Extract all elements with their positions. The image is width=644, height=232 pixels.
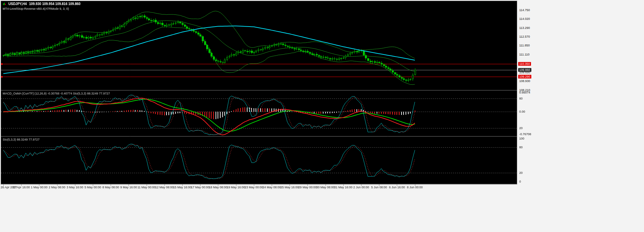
time-label: 3 May 16:00 xyxy=(67,186,83,189)
level-price-badge: 110.350 xyxy=(518,62,531,66)
time-label: 5 Jun 08:00 xyxy=(371,186,387,189)
macd-scale-label: -0.76708 xyxy=(519,132,531,136)
price-tick-label: 114.750 xyxy=(519,8,530,12)
bid-price-badge: 109.860 xyxy=(518,68,531,72)
time-label: 25 May 16:00 xyxy=(280,186,299,189)
mt4-chart-window: USDJPY,H4 109.930 109.954 109.816 109.86… xyxy=(0,0,644,232)
chart-header: USDJPY,H4 109.930 109.954 109.816 109.86… xyxy=(3,2,80,6)
time-label: 1 May 00:00 xyxy=(31,186,48,189)
price-tick-label: 112.570 xyxy=(519,35,530,39)
time-label: 23 May 00:00 xyxy=(245,186,263,189)
time-label: 19 May 16:00 xyxy=(227,186,245,189)
macd-panel-label: MACD_OsMA [CurrTF] (12,26,9) -0.30768 -0… xyxy=(3,92,110,95)
price-tick-label: 108.930 xyxy=(519,79,530,83)
time-label: 18 May 08:00 xyxy=(209,186,227,189)
time-label: 2 May 08:00 xyxy=(49,186,66,189)
sto-scale-label: 80 xyxy=(519,145,523,149)
time-label: 8 May 08:00 xyxy=(102,186,119,189)
indicator-name-label: MT4-LevelStop-Reverse-vB0.4(ATRMode 9, 3… xyxy=(3,7,69,10)
sto-scale-label: 100 xyxy=(519,137,524,141)
time-label: 8 Jun 00:00 xyxy=(407,186,423,189)
ohlc-values: 109.930 109.954 109.816 109.860 xyxy=(29,2,80,6)
price-tick-label: 114.020 xyxy=(519,17,530,21)
time-label: 29 May 00:00 xyxy=(298,186,317,189)
sto-scale-label: 20 xyxy=(519,171,523,175)
sto-scale-label: 0 xyxy=(519,180,521,184)
macd-scale-label: 0.00 xyxy=(519,110,525,114)
time-scale[interactable]: 26 Apr 201727 Apr 16:001 May 00:002 May … xyxy=(0,185,518,190)
time-label: 24 May 08:00 xyxy=(263,186,281,189)
time-label: 12 May 08:00 xyxy=(155,186,174,189)
macd-scale-label: 0.66074 xyxy=(519,91,530,94)
time-label: 2 Jun 00:00 xyxy=(353,186,369,189)
macd-scale-label: 20 xyxy=(519,126,523,130)
macd-scale-label: 80 xyxy=(519,97,523,101)
symbol-period-label: USDJPY,H4 xyxy=(8,2,27,6)
price-tick-label: 111.110 xyxy=(519,53,530,56)
level-price-badge: 109.290 xyxy=(518,75,531,79)
price-tick-label: 111.850 xyxy=(519,44,530,47)
price-tick-label: 113.290 xyxy=(519,26,530,30)
time-label: 31 May 16:00 xyxy=(334,186,353,189)
price-scale[interactable]: 114.750114.020113.290112.570111.850111.1… xyxy=(518,0,544,190)
time-label: 15 May 16:00 xyxy=(173,186,192,189)
time-label: 5 May 00:00 xyxy=(84,186,101,189)
time-label: 30 May 08:00 xyxy=(316,186,335,189)
time-label: 9 May 16:00 xyxy=(120,186,137,189)
sto-panel-label: Sto(5,3,3) 88.3249 77.9727 xyxy=(3,138,40,141)
time-label: 17 May 00:00 xyxy=(191,186,210,189)
time-label: 11 May 00:00 xyxy=(138,186,156,189)
chart-icon xyxy=(3,2,6,6)
time-label: 27 Apr 16:00 xyxy=(13,186,30,189)
time-label: 6 Jun 16:00 xyxy=(389,186,405,189)
